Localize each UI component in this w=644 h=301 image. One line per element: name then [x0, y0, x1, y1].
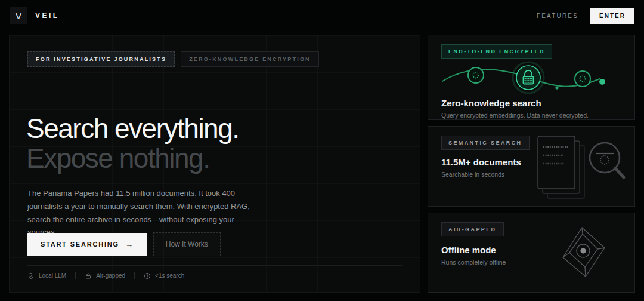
- badge-air-gapped: AIR-GAPPED: [441, 222, 504, 236]
- nav-actions: FEATURES ENTER: [537, 8, 634, 24]
- trust-separator: [134, 272, 135, 280]
- trust-label: <1s search: [155, 272, 184, 279]
- hero-heading: Search everything. Expose nothing.: [26, 114, 239, 173]
- trust-label: Air-gapped: [96, 272, 125, 279]
- top-nav: V VEIL FEATURES ENTER: [0, 0, 644, 31]
- enter-button[interactable]: ENTER: [590, 8, 634, 24]
- badge-end-to-end-encrypted: END-TO-END ENCRYPTED: [441, 44, 552, 59]
- card-zero-knowledge-search[interactable]: END-TO-END ENCRYPTED: [428, 35, 635, 120]
- logo-letter: V: [16, 11, 21, 21]
- heading-line-1: Search everything.: [26, 114, 239, 144]
- trust-item-local-llm: Local LLM: [27, 272, 66, 280]
- hero-paragraph: The Panama Papers had 11.5 million docum…: [27, 187, 259, 239]
- hero-panel: FOR INVESTIGATIVE JOURNALISTS ZERO-KNOWL…: [9, 35, 420, 293]
- trust-separator: [75, 272, 76, 280]
- card-semantic-search[interactable]: SEMANTIC SEARCH 11.5M+ documents Searcha…: [428, 126, 635, 207]
- feature-cards: END-TO-END ENCRYPTED: [428, 35, 635, 293]
- main-content: FOR INVESTIGATIVE JOURNALISTS ZERO-KNOWL…: [9, 35, 635, 293]
- card-subtitle: Query encrypted embeddings. Data never d…: [441, 112, 621, 119]
- trust-item-air-gapped: Air-gapped: [85, 272, 125, 280]
- document-stack-magnifier-icon: [533, 134, 630, 201]
- encrypted-flow-diagram-icon: [438, 60, 620, 96]
- card-offline-mode[interactable]: AIR-GAPPED Offline mode Runs completely …: [428, 213, 635, 293]
- arrow-right-icon: →: [125, 240, 134, 249]
- brand-name: VEIL: [35, 11, 60, 20]
- hero-badges: FOR INVESTIGATIVE JOURNALISTS ZERO-KNOWL…: [27, 51, 319, 67]
- brand-group: V VEIL: [10, 7, 60, 24]
- lock-icon: [85, 272, 92, 280]
- shield-check-icon: [27, 272, 35, 280]
- badge-journalists: FOR INVESTIGATIVE JOURNALISTS: [27, 51, 175, 67]
- clock-icon: [144, 272, 151, 280]
- wireframe-cube-icon: [561, 226, 606, 278]
- cta-row: START SEARCHING → How It Works: [27, 232, 221, 256]
- trust-row: Local LLM Air-gapped <1s search: [27, 272, 184, 280]
- hero-divider: [27, 265, 402, 266]
- logo-icon[interactable]: V: [10, 7, 27, 24]
- start-searching-button[interactable]: START SEARCHING →: [27, 233, 147, 256]
- features-link[interactable]: FEATURES: [537, 13, 578, 19]
- badge-zero-knowledge: ZERO-KNOWLEDGE ENCRYPTION: [181, 51, 319, 67]
- trust-item-fast-search: <1s search: [144, 272, 184, 280]
- heading-line-2: Expose nothing.: [26, 144, 239, 174]
- trust-label: Local LLM: [39, 272, 66, 279]
- how-it-works-button[interactable]: How It Works: [153, 232, 221, 256]
- start-searching-label: START SEARCHING: [41, 241, 119, 248]
- card-title: Zero-knowledge search: [441, 98, 621, 108]
- badge-semantic-search: SEMANTIC SEARCH: [441, 136, 530, 150]
